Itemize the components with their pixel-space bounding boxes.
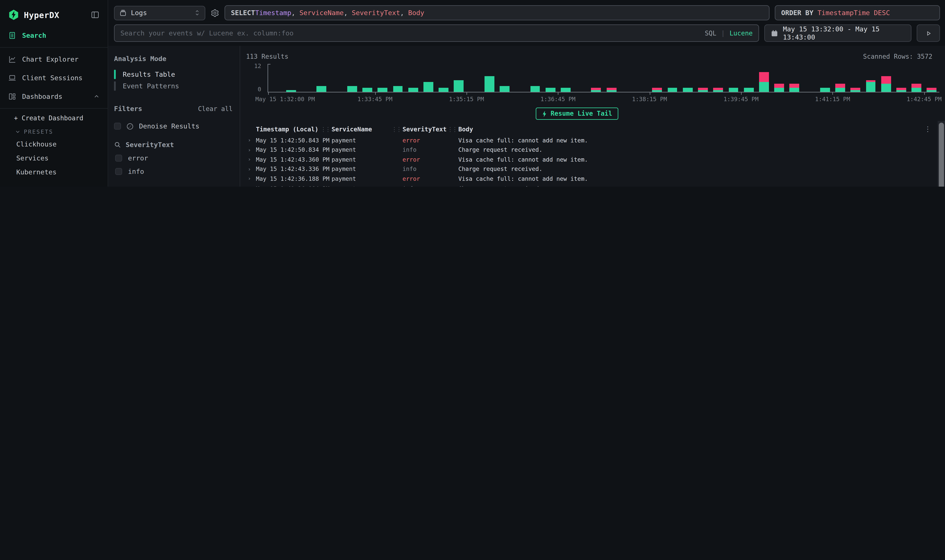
table-row[interactable]: ›May 15 1:42:36.184 PMpaymentinfoCharge … (246, 183, 945, 186)
row-expand-chevron-icon[interactable]: › (246, 166, 256, 172)
histogram-bar[interactable] (484, 76, 494, 92)
table-row[interactable]: ›May 15 1:42:50.834 PMpaymentinfoCharge … (246, 145, 945, 155)
table-row[interactable]: ›May 15 1:42:36.188 PMpaymenterrorVisa c… (246, 174, 945, 184)
column-header-body[interactable]: Body (458, 126, 924, 132)
histogram-bar[interactable] (713, 88, 723, 92)
histogram-bar[interactable] (393, 86, 403, 92)
analysis-mode-results-table[interactable]: Results Table (114, 69, 233, 80)
run-query-button[interactable] (917, 25, 940, 42)
histogram-bar[interactable] (424, 82, 433, 92)
column-resize-handle[interactable]: ⋮⋮ (447, 126, 455, 132)
histogram-bar[interactable] (927, 88, 936, 92)
select-clause-input[interactable]: SELECT Timestamp, ServiceName, SeverityT… (225, 5, 769, 20)
preset-item-services[interactable]: Services (0, 151, 108, 165)
column-resize-handle[interactable]: ⋮⋮ (321, 126, 328, 132)
histogram-bar[interactable] (668, 88, 677, 92)
row-expand-chevron-icon[interactable]: › (246, 185, 256, 186)
row-expand-chevron-icon[interactable]: › (246, 157, 256, 162)
column-header-timestamp[interactable]: Timestamp (Local) (256, 126, 331, 132)
histogram-bar[interactable] (347, 86, 357, 92)
source-select[interactable]: Logs (114, 6, 205, 20)
laptop-icon (8, 74, 16, 82)
presets-toggle[interactable]: PRESETS (0, 125, 108, 137)
filter-option-error[interactable]: error (114, 154, 233, 162)
histogram-bar[interactable] (698, 88, 708, 92)
histogram-bar[interactable] (789, 84, 799, 92)
time-range-picker[interactable]: May 15 13:32:00 - May 15 13:43:00 (764, 25, 911, 42)
histogram-bar[interactable] (362, 88, 372, 92)
histogram-bar[interactable] (729, 88, 738, 92)
preset-item-clickhouse[interactable]: Clickhouse (0, 137, 108, 151)
checkbox[interactable] (115, 155, 122, 162)
bar-info-segment (683, 88, 692, 92)
histogram-bar[interactable] (454, 80, 464, 92)
scrollbar-thumb[interactable] (939, 123, 944, 186)
histogram-bar[interactable] (408, 88, 418, 92)
histogram-bar[interactable] (546, 88, 555, 92)
lang-toggle-sql[interactable]: SQL (705, 29, 717, 37)
histogram-bar[interactable] (317, 86, 326, 92)
row-expand-chevron-icon[interactable]: › (246, 137, 256, 143)
sidebar-item-dashboards[interactable]: Dashboards (0, 87, 108, 106)
histogram-bar[interactable] (774, 84, 784, 92)
column-resize-handle[interactable]: ⋮⋮ (392, 126, 399, 132)
histogram-bar[interactable] (912, 84, 921, 92)
topbar: Logs SELECT Timestamp, ServiceName, Seve… (108, 0, 945, 46)
order-by-input[interactable]: ORDER BYTimestampTime DESC (775, 5, 940, 20)
histogram-bar[interactable] (835, 84, 845, 92)
search-input[interactable]: Search your events w/ Lucene ex. column:… (114, 25, 759, 42)
sidebar-item-label: Client Sessions (22, 74, 83, 82)
preset-item-kubernetes[interactable]: Kubernetes (0, 165, 108, 179)
histogram-bar[interactable] (286, 90, 296, 92)
denoise-results-checkbox[interactable]: Denoise Results (114, 122, 233, 130)
histogram-bar[interactable] (561, 88, 570, 92)
sidebar-item-search[interactable]: Search (0, 26, 108, 45)
source-settings-gear-icon[interactable] (211, 9, 219, 17)
clear-all-filters-button[interactable]: Clear all (198, 105, 233, 112)
analysis-mode-event-patterns[interactable]: Event Patterns (114, 80, 233, 92)
histogram-bar[interactable] (820, 88, 830, 92)
checkbox[interactable] (115, 168, 122, 175)
histogram-bar[interactable] (759, 72, 769, 92)
mode-indicator (114, 82, 116, 91)
filter-clear-button[interactable]: Clear (213, 186, 233, 187)
histogram-bar[interactable] (530, 86, 540, 92)
create-dashboard-button[interactable]: + Create Dashboard (0, 111, 108, 125)
bar-info-segment (546, 88, 555, 92)
order-by-value: TimestampTime DESC (817, 9, 890, 17)
bar-info-segment (591, 90, 601, 92)
histogram-bar[interactable] (896, 88, 906, 92)
histogram-bar[interactable] (652, 88, 662, 92)
resume-live-tail-button[interactable]: Resume Live Tail (535, 108, 618, 120)
filter-option-info[interactable]: info (114, 168, 233, 175)
histogram-bar[interactable] (378, 88, 387, 92)
row-expand-chevron-icon[interactable]: › (246, 176, 256, 182)
row-expand-chevron-icon[interactable]: › (246, 147, 256, 153)
sidebar-collapse-icon[interactable] (91, 11, 99, 19)
histogram-bar[interactable] (591, 88, 601, 92)
histogram-bar[interactable] (851, 88, 860, 92)
results-count: 113 Results (246, 53, 288, 60)
histogram-plot[interactable]: May 15 1:32:00 PM1:33:45 PM1:35:15 PM1:3… (268, 65, 939, 92)
cell-body: Visa cache full: cannot add new item. (458, 175, 945, 182)
sidebar-item-client-sessions[interactable]: Client Sessions (0, 69, 108, 87)
histogram-bar[interactable] (744, 88, 754, 92)
histogram-bar[interactable] (439, 88, 449, 92)
bar-info-segment (851, 90, 860, 92)
histogram-bar[interactable] (683, 88, 692, 92)
lang-toggle-lucene[interactable]: Lucene (729, 29, 753, 37)
table-options-icon[interactable]: ⋮ (924, 125, 931, 133)
scrollbar-track[interactable] (937, 121, 945, 186)
table-row[interactable]: ›May 15 1:42:43.336 PMpaymentinfoCharge … (246, 164, 945, 174)
sidebar-item-chart-explorer[interactable]: Chart Explorer (0, 50, 108, 69)
histogram-bar[interactable] (606, 88, 616, 92)
histogram-bar[interactable] (499, 86, 509, 92)
histogram-bar[interactable] (881, 76, 891, 92)
x-axis-tick (268, 92, 269, 95)
cell-severitytext: info (402, 185, 458, 187)
table-row[interactable]: ›May 15 1:42:43.360 PMpaymenterrorVisa c… (246, 155, 945, 164)
checkbox[interactable] (114, 123, 121, 130)
histogram-bar[interactable] (866, 80, 876, 92)
table-row[interactable]: ›May 15 1:42:50.843 PMpaymenterrorVisa c… (246, 135, 945, 145)
filters-label: Filters (114, 105, 142, 113)
